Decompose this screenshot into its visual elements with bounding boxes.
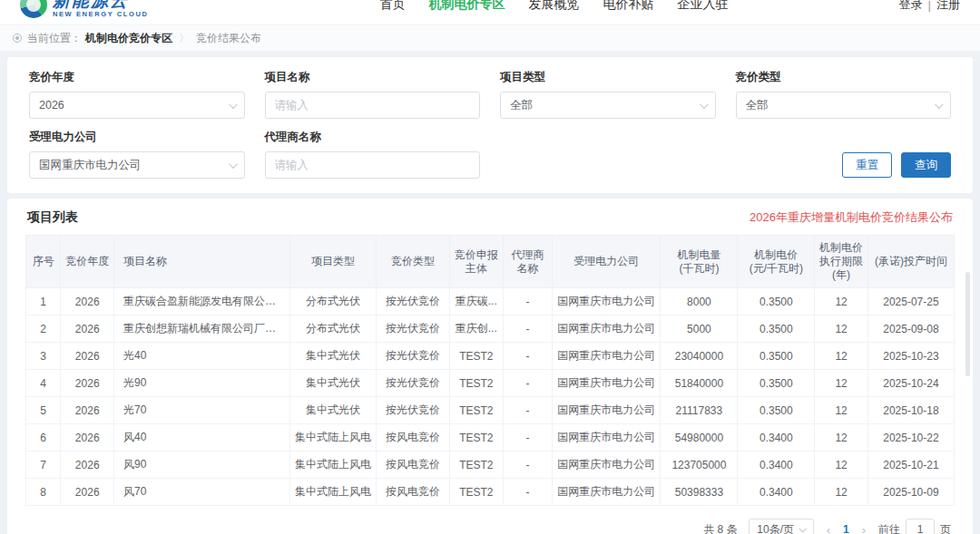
table-row: 12026重庆碳合盈新能源发电有限公司陈伦忠25.025k...分布式光伏按光伏… bbox=[26, 288, 955, 316]
table-cell: TEST2 bbox=[449, 451, 503, 479]
table-cell: 0.3500 bbox=[738, 288, 815, 316]
bidding-type-label: 竞价类型 bbox=[736, 70, 952, 85]
table-cell: 12 bbox=[815, 316, 868, 343]
project-name-label: 项目名称 bbox=[265, 70, 481, 85]
power-company-select[interactable]: 国网重庆市电力公司 bbox=[29, 151, 245, 179]
table-cell: 国网重庆市电力公司 bbox=[553, 343, 661, 370]
results-table: 序号竞价年度项目名称项目类型竞价类型竞价申报主体代理商名称受理电力公司机制电量 … bbox=[25, 235, 955, 506]
project-name-input[interactable]: 请输入 bbox=[265, 92, 481, 119]
table-cell: 2026 bbox=[61, 424, 114, 451]
table-cell: 12 bbox=[815, 397, 868, 424]
chevron-down-icon bbox=[228, 160, 237, 169]
nav-item-enterprise-entry[interactable]: 企业入驻 bbox=[677, 0, 728, 13]
bidding-type-select[interactable]: 全部 bbox=[736, 92, 952, 119]
logo[interactable]: 新能源云 NEW ENERGY CLOUD bbox=[20, 0, 148, 18]
table-cell: 123705000 bbox=[661, 451, 738, 479]
project-type-value: 全部 bbox=[510, 98, 533, 113]
table-cell: 2 bbox=[26, 316, 61, 343]
column-header: 受理电力公司 bbox=[553, 236, 661, 288]
table-cell: 2025-10-09 bbox=[867, 479, 954, 506]
table-cell: 1 bbox=[26, 288, 61, 316]
nav-item-mechanism-price-zone[interactable]: 机制电价专区 bbox=[428, 0, 505, 13]
table-cell: 7 bbox=[26, 451, 61, 479]
goto-label: 前往 bbox=[878, 522, 900, 534]
table-cell: 5 bbox=[26, 397, 61, 424]
column-header: 项目类型 bbox=[290, 236, 377, 288]
table-cell: 国网重庆市电力公司 bbox=[553, 479, 661, 506]
column-header: 项目名称 bbox=[114, 236, 290, 288]
breadcrumb-current: 竞价结果公布 bbox=[196, 31, 261, 46]
project-type-select[interactable]: 全部 bbox=[500, 92, 716, 119]
page-size-select[interactable]: 10条/页 bbox=[749, 519, 814, 534]
column-header: 机制电价 执行期限 (年) bbox=[815, 236, 868, 288]
auth-separator: | bbox=[928, 0, 931, 12]
table-cell: 国网重庆市电力公司 bbox=[553, 288, 661, 316]
table-cell: 风90 bbox=[114, 451, 290, 479]
table-cell: 按风电竞价 bbox=[377, 479, 450, 506]
chevron-down-icon bbox=[228, 100, 237, 109]
table-cell: 2026 bbox=[61, 451, 114, 479]
table-cell: 光70 bbox=[114, 397, 290, 424]
table-cell: 分布式光伏 bbox=[290, 288, 377, 316]
location-pin-icon bbox=[13, 34, 22, 43]
power-company-value: 国网重庆市电力公司 bbox=[39, 158, 142, 173]
table-cell: 按光伏竞价 bbox=[377, 316, 450, 343]
agent-name-input[interactable]: 请输入 bbox=[265, 151, 481, 179]
chevron-down-icon bbox=[799, 525, 806, 532]
table-cell: - bbox=[503, 397, 553, 424]
chevron-down-icon bbox=[699, 100, 708, 109]
bidding-year-select[interactable]: 2026 bbox=[29, 92, 245, 119]
table-cell: - bbox=[503, 343, 553, 370]
table-cell: 50398333 bbox=[661, 479, 738, 506]
power-company-label: 受理电力公司 bbox=[29, 130, 245, 145]
table-cell: TEST2 bbox=[449, 370, 503, 397]
table-cell: 重庆碳合盈新能源发电有限公司陈伦忠25.025k... bbox=[114, 288, 290, 316]
column-header: 竞价申报主体 bbox=[449, 236, 503, 288]
table-cell: 2026 bbox=[61, 288, 114, 316]
table-cell: 2025-10-23 bbox=[867, 343, 954, 370]
column-header: 序号 bbox=[26, 236, 61, 288]
announcement-link[interactable]: 2026年重庆增量机制电价竞价结果公布 bbox=[750, 209, 953, 226]
table-cell: 0.3400 bbox=[738, 479, 815, 506]
table-cell: 4 bbox=[26, 370, 61, 397]
query-button[interactable]: 查询 bbox=[901, 152, 951, 178]
column-header: 机制电价 (元/千瓦时) bbox=[738, 236, 815, 288]
table-cell: 风40 bbox=[114, 424, 290, 451]
reset-button[interactable]: 重置 bbox=[842, 152, 892, 178]
prev-page-button[interactable]: ‹ bbox=[825, 523, 832, 534]
table-row: 52026光70集中式光伏按光伏竞价TEST2-国网重庆市电力公司2111783… bbox=[26, 397, 955, 424]
login-link[interactable]: 登录 bbox=[899, 0, 923, 13]
table-cell: TEST2 bbox=[449, 397, 503, 424]
table-cell: 12 bbox=[815, 343, 868, 370]
nav-item-development-overview[interactable]: 发展概览 bbox=[528, 0, 579, 13]
table-cell: 12 bbox=[815, 370, 868, 397]
table-cell: 2026 bbox=[61, 370, 114, 397]
table-cell: 集中式陆上风电 bbox=[290, 424, 377, 451]
goto-page-input[interactable]: 1 bbox=[906, 519, 935, 534]
table-cell: 按光伏竞价 bbox=[377, 288, 450, 316]
bidding-type-value: 全部 bbox=[746, 98, 769, 113]
page-number-1[interactable]: 1 bbox=[843, 523, 849, 534]
filter-power-company: 受理电力公司 国网重庆市电力公司 bbox=[29, 130, 245, 179]
table-cell: 2025-09-08 bbox=[867, 316, 954, 343]
breadcrumb-separator: 〉 bbox=[179, 31, 190, 46]
table-row: 22026重庆创想新瑞机械有限公司厂房屋顶安装光伏...分布式光伏按光伏竞价重庆… bbox=[26, 316, 955, 343]
table-cell: 0.3400 bbox=[738, 451, 815, 479]
table-cell: TEST2 bbox=[449, 424, 503, 451]
register-link[interactable]: 注册 bbox=[936, 0, 960, 13]
table-cell: 2025-10-22 bbox=[867, 424, 954, 451]
nav-item-price-subsidy[interactable]: 电价补贴 bbox=[603, 0, 653, 13]
next-page-button[interactable]: › bbox=[860, 523, 867, 534]
agent-name-label: 代理商名称 bbox=[265, 130, 481, 145]
table-cell: 2025-10-18 bbox=[867, 397, 954, 424]
filter-bidding-year: 竞价年度 2026 bbox=[29, 70, 245, 119]
nav-item-home[interactable]: 首页 bbox=[379, 0, 405, 13]
page-suffix: 页 bbox=[940, 522, 951, 534]
project-name-placeholder: 请输入 bbox=[275, 98, 309, 113]
breadcrumb-section[interactable]: 机制电价竞价专区 bbox=[85, 31, 172, 46]
vertical-scrollbar[interactable] bbox=[965, 272, 970, 376]
table-cell: 按风电竞价 bbox=[377, 424, 450, 451]
table-cell: TEST2 bbox=[449, 479, 503, 506]
filter-project-type: 项目类型 全部 bbox=[500, 70, 716, 119]
filter-project-name: 项目名称 请输入 bbox=[265, 70, 481, 119]
